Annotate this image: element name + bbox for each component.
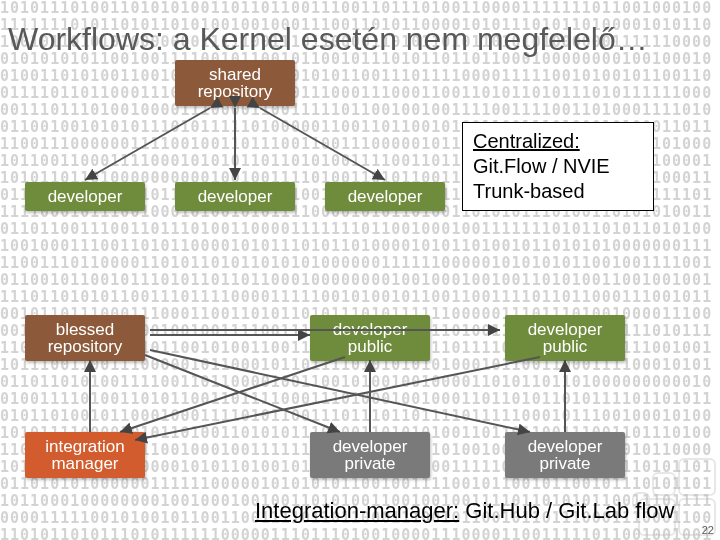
- svg-line-6: [135, 357, 540, 440]
- diagram-stage: sharedrepository developer developer dev…: [0, 0, 720, 540]
- arrows-layer: [0, 0, 720, 540]
- svg-line-2: [260, 108, 385, 180]
- page-title: Workflows: a Kernel esetén nem megfelelő…: [8, 21, 648, 58]
- svg-line-11: [150, 350, 530, 432]
- svg-line-10: [145, 355, 340, 432]
- svg-line-0: [85, 108, 210, 180]
